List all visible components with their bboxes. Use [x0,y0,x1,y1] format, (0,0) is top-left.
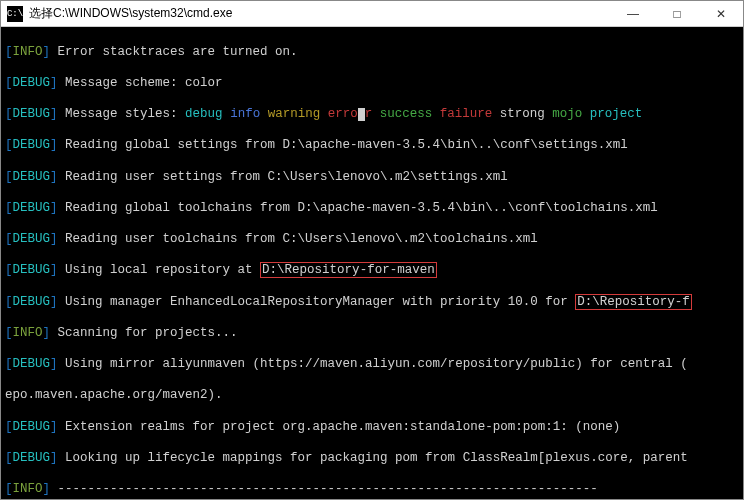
log-line: [DEBUG] Reading user toolchains from C:\… [5,232,739,248]
log-line: [DEBUG] Reading global settings from D:\… [5,138,739,154]
log-line: [DEBUG] Looking up lifecycle mappings fo… [5,451,739,467]
cmd-window: C:\ 选择C:\WINDOWS\system32\cmd.exe — □ ✕ … [0,0,744,500]
terminal-output[interactable]: [INFO] Error stacktraces are turned on. … [1,27,743,499]
log-line: [DEBUG] Extension realms for project org… [5,420,739,436]
text-cursor [358,108,365,121]
highlighted-path: D:\Repository-f [575,294,692,310]
window-controls: — □ ✕ [611,1,743,26]
minimize-button[interactable]: — [611,1,655,26]
highlighted-path: D:\Repository-for-maven [260,262,437,278]
log-line: [DEBUG] Using local repository at D:\Rep… [5,263,739,279]
cmd-icon: C:\ [7,6,23,22]
log-line: [INFO] Scanning for projects... [5,326,739,342]
log-line: [DEBUG] Message scheme: color [5,76,739,92]
log-line: [DEBUG] Using manager EnhancedLocalRepos… [5,295,739,311]
maximize-button[interactable]: □ [655,1,699,26]
log-line: [DEBUG] Using mirror aliyunmaven (https:… [5,357,739,373]
log-line: [DEBUG] Reading user settings from C:\Us… [5,170,739,186]
window-title: 选择C:\WINDOWS\system32\cmd.exe [29,5,611,22]
log-line: [INFO] ---------------------------------… [5,482,739,498]
log-line: epo.maven.apache.org/maven2). [5,388,739,404]
log-line: [DEBUG] Message styles: debug info warni… [5,107,739,123]
log-line: [DEBUG] Reading global toolchains from D… [5,201,739,217]
close-button[interactable]: ✕ [699,1,743,26]
log-line: [INFO] Error stacktraces are turned on. [5,45,739,61]
titlebar[interactable]: C:\ 选择C:\WINDOWS\system32\cmd.exe — □ ✕ [1,1,743,27]
